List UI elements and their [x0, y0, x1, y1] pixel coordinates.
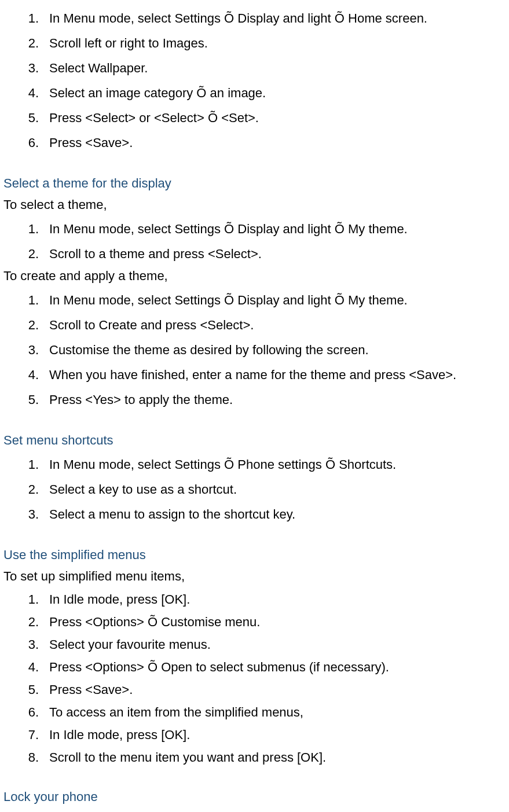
list-text: Select your favourite menus.: [49, 635, 509, 654]
list-number: 4.: [0, 657, 49, 677]
list-item: 5.Press <Yes> to apply the theme.: [0, 387, 509, 412]
list-number: 1.: [0, 590, 49, 609]
list-number: 6.: [0, 703, 49, 722]
heading-select-theme: Select a theme for the display: [0, 174, 509, 193]
list-item: 1.In Menu mode, select Settings Õ Displa…: [0, 6, 509, 31]
list-select-theme: 1.In Menu mode, select Settings Õ Displa…: [0, 216, 509, 266]
list-number: 5.: [0, 680, 49, 699]
list-item: 8.Scroll to the menu item you want and p…: [0, 746, 509, 769]
list-number: 8.: [0, 748, 49, 767]
list-text: Scroll to the menu item you want and pre…: [49, 748, 509, 767]
list-text: In Idle mode, press [OK].: [49, 725, 509, 744]
list-number: 2.: [0, 34, 49, 53]
list-text: Press <Save>.: [49, 133, 509, 152]
list-number: 7.: [0, 725, 49, 744]
intro-text: To create and apply a theme,: [0, 266, 509, 285]
list-menu-shortcuts: 1.In Menu mode, select Settings Õ Phone …: [0, 452, 509, 527]
list-item: 3.Customise the theme as desired by foll…: [0, 337, 509, 362]
list-number: 4.: [0, 365, 49, 384]
list-item: 6.To access an item from the simplified …: [0, 701, 509, 723]
list-item: 1.In Menu mode, select Settings Õ Phone …: [0, 452, 509, 477]
list-item: 2.Scroll to Create and press <Select>.: [0, 313, 509, 337]
list-text: In Menu mode, select Settings Õ Display …: [49, 9, 509, 28]
list-number: 2.: [0, 315, 49, 335]
list-section-1: 1.In Menu mode, select Settings Õ Displa…: [0, 6, 509, 155]
intro-text: To select a theme,: [0, 195, 509, 214]
heading-lock-phone: Lock your phone: [0, 787, 509, 806]
list-number: 1.: [0, 9, 49, 28]
list-number: 1.: [0, 291, 49, 310]
list-lock-phone: 1.In Menu mode, select Settings Õ Securi…: [0, 809, 509, 812]
list-item: 4.Select an image category Õ an image.: [0, 80, 509, 105]
list-text: Select an image category Õ an image.: [49, 83, 509, 102]
list-item: 2.Press <Options> Õ Customise menu.: [0, 611, 509, 633]
list-item: 4.When you have finished, enter a name f…: [0, 362, 509, 387]
list-text: Scroll to Create and press <Select>.: [49, 315, 509, 335]
heading-menu-shortcuts: Set menu shortcuts: [0, 431, 509, 450]
intro-text: To set up simplified menu items,: [0, 567, 509, 586]
list-text: Select a menu to assign to the shortcut …: [49, 505, 509, 524]
list-item: 6.Press <Save>.: [0, 130, 509, 155]
list-text: Press <Select> or <Select> Õ <Set>.: [49, 108, 509, 127]
list-text: Select Wallpaper.: [49, 58, 509, 78]
list-number: 3.: [0, 635, 49, 654]
list-text: In Menu mode, select Settings Õ Phone se…: [49, 455, 509, 474]
list-item: 1.In Idle mode, press [OK].: [0, 588, 509, 611]
list-number: 6.: [0, 133, 49, 152]
list-number: 5.: [0, 390, 49, 409]
list-item: 5.Press <Select> or <Select> Õ <Set>.: [0, 105, 509, 130]
list-item: 1.In Menu mode, select Settings Õ Displa…: [0, 288, 509, 313]
list-item: 3.Select your favourite menus.: [0, 633, 509, 656]
list-item: 1.In Menu mode, select Settings Õ Securi…: [0, 809, 509, 812]
list-create-theme: 1.In Menu mode, select Settings Õ Displa…: [0, 288, 509, 412]
list-item: 5.Press <Save>.: [0, 678, 509, 701]
list-text: Scroll to a theme and press <Select>.: [49, 244, 509, 263]
list-text: Customise the theme as desired by follow…: [49, 340, 509, 359]
list-text: Press <Options> Õ Open to select submenu…: [49, 657, 509, 677]
list-text: In Menu mode, select Settings Õ Display …: [49, 291, 509, 310]
list-number: 5.: [0, 108, 49, 127]
list-text: Press <Options> Õ Customise menu.: [49, 612, 509, 631]
list-item: 3.Select a menu to assign to the shortcu…: [0, 502, 509, 527]
list-text: To access an item from the simplified me…: [49, 703, 509, 722]
list-text: In Menu mode, select Settings Õ Display …: [49, 219, 509, 238]
list-number: 2.: [0, 612, 49, 631]
list-item: 1.In Menu mode, select Settings Õ Displa…: [0, 216, 509, 241]
list-item: 2.Scroll left or right to Images.: [0, 31, 509, 56]
list-text: Press <Save>.: [49, 680, 509, 699]
list-number: 3.: [0, 340, 49, 359]
list-number: 2.: [0, 244, 49, 263]
list-item: 3.Select Wallpaper.: [0, 56, 509, 80]
list-text: In Idle mode, press [OK].: [49, 590, 509, 609]
list-item: 2.Scroll to a theme and press <Select>.: [0, 241, 509, 266]
list-number: 4.: [0, 83, 49, 102]
list-item: 7.In Idle mode, press [OK].: [0, 723, 509, 746]
list-simplified-menus: 1.In Idle mode, press [OK]. 2.Press <Opt…: [0, 588, 509, 769]
heading-simplified-menus: Use the simplified menus: [0, 545, 509, 564]
list-number: 3.: [0, 58, 49, 78]
list-number: 1.: [0, 455, 49, 474]
list-number: 1.: [0, 219, 49, 238]
list-text: Scroll left or right to Images.: [49, 34, 509, 53]
list-text: Select a key to use as a shortcut.: [49, 480, 509, 499]
list-text: When you have finished, enter a name for…: [49, 365, 509, 384]
list-number: 3.: [0, 505, 49, 524]
list-text: Press <Yes> to apply the theme.: [49, 390, 509, 409]
list-item: 4.Press <Options> Õ Open to select subme…: [0, 656, 509, 678]
list-number: 2.: [0, 480, 49, 499]
list-item: 2.Select a key to use as a shortcut.: [0, 477, 509, 502]
